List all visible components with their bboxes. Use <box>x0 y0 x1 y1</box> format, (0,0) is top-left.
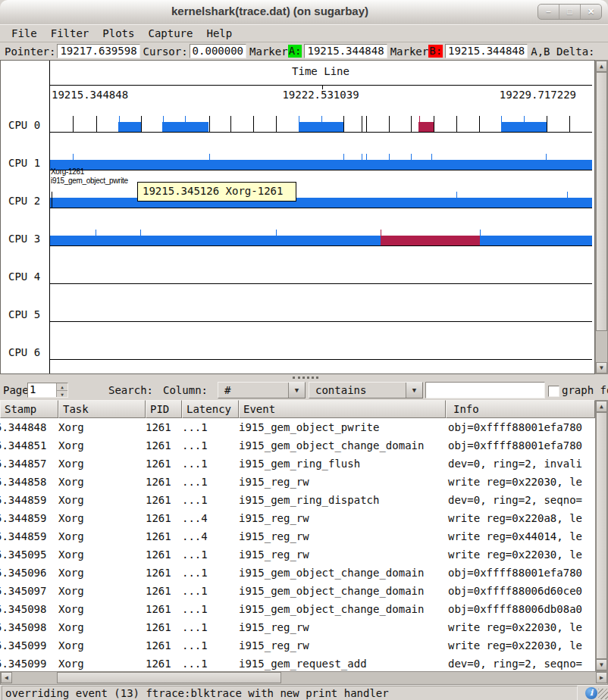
table-row[interactable]: 5.344858Xorg1261...1i915_reg_rwwrite reg… <box>0 473 595 491</box>
graph-vscroll-thumb[interactable] <box>596 72 607 331</box>
cpu-label: CPU 6 <box>8 346 46 358</box>
table-row[interactable]: 5.345098Xorg1261...1i915_reg_rwwrite reg… <box>0 618 595 636</box>
event-tick <box>389 116 390 132</box>
scroll-right-icon[interactable]: ▶ <box>596 672 607 683</box>
cell-event: i915_gem_object_change_domain <box>234 582 441 600</box>
cell-latency: ...1 <box>177 545 234 564</box>
table-row[interactable]: 5.344859Xorg1261...4i915_reg_rwwrite reg… <box>0 509 595 527</box>
menu-plots[interactable]: Plots <box>96 25 141 42</box>
cell-task: Xorg <box>54 491 141 509</box>
cell-stamp: 5.345099 <box>0 636 54 655</box>
sched-bar[interactable] <box>50 160 592 170</box>
sched-bar[interactable] <box>418 122 434 132</box>
table-row[interactable]: 5.345099Xorg1261...1i915_gem_request_add… <box>0 655 595 671</box>
scroll-down-icon[interactable]: ▼ <box>596 659 607 670</box>
scroll-down-icon[interactable]: ▼ <box>596 362 607 373</box>
resize-grip-icon[interactable] <box>598 689 608 699</box>
marker-a-badge[interactable]: A: <box>288 45 302 58</box>
search-input[interactable] <box>426 383 544 398</box>
column-header-pid[interactable]: PID <box>146 400 182 418</box>
maximize-button[interactable]: □ <box>559 5 581 19</box>
chevron-down-icon[interactable]: ▼ <box>288 383 305 398</box>
scroll-up-icon[interactable]: ▲ <box>596 401 607 412</box>
table-row[interactable]: 5.344851Xorg1261...1i915_gem_object_chan… <box>0 436 595 455</box>
table-row[interactable]: 5.344859Xorg1261...1i915_gem_ring_dispat… <box>0 491 595 509</box>
menu-help[interactable]: Help <box>199 25 239 42</box>
timeline-tooltip: 19215.345126 Xorg-1261 <box>137 182 296 202</box>
column-select[interactable]: # ▼ <box>218 382 306 398</box>
event-tick <box>141 116 142 132</box>
minimize-button[interactable]: – <box>538 5 559 19</box>
event-tick <box>567 192 568 208</box>
event-tick <box>343 154 344 170</box>
graph-follows-label: graph follows <box>562 384 608 396</box>
close-button[interactable]: ✕ <box>581 5 601 19</box>
cpu-label: CPU 5 <box>8 308 46 320</box>
table-row[interactable]: 5.345095Xorg1261...1i915_reg_rwwrite reg… <box>0 545 595 564</box>
marker-b-badge[interactable]: B: <box>428 45 443 58</box>
cpu-baseline <box>49 245 592 246</box>
table-row[interactable]: 5.344848Xorg1261...1i915_gem_object_pwri… <box>0 418 595 436</box>
column-header-stamp[interactable]: Stamp <box>0 400 58 418</box>
event-tick <box>434 116 434 132</box>
table-row[interactable]: 5.344859Xorg1261...4i915_reg_rwwrite reg… <box>0 527 595 545</box>
graph-follows-checkbox[interactable] <box>548 386 559 397</box>
page-input[interactable] <box>30 383 55 395</box>
table-row[interactable]: 5.344857Xorg1261...1i915_gem_ring_flushd… <box>0 455 595 473</box>
scroll-left-icon[interactable]: ◀ <box>1 672 12 683</box>
table-row[interactable]: 5.345098Xorg1261...1i915_gem_object_chan… <box>0 600 595 618</box>
cell-latency: ...4 <box>177 527 234 545</box>
timeline-title: Time Line <box>49 65 592 77</box>
event-tick <box>209 154 210 170</box>
cursor-label: Cursor: <box>143 45 188 58</box>
graph-vscrollbar[interactable]: ▲ ▼ <box>595 60 608 374</box>
match-select[interactable]: contains ▼ <box>309 382 423 398</box>
table-vscrollbar[interactable]: ▲ ▼ <box>595 400 608 671</box>
event-tick <box>96 230 96 245</box>
search-toolbar: Page ▲ ▼ Search: Column: # ▼ contains ▼ … <box>0 381 608 400</box>
splitter-grip-icon <box>293 377 318 379</box>
table-hscroll-thumb[interactable] <box>57 672 281 683</box>
cell-pid: 1261 <box>141 473 177 491</box>
cell-event: i915_gem_ring_flush <box>234 455 441 473</box>
sched-bar[interactable] <box>381 236 480 245</box>
marker-a-value: 19215.344848 <box>304 44 387 58</box>
cell-latency: ...1 <box>177 600 234 618</box>
spin-up-icon[interactable]: ▲ <box>57 383 67 391</box>
column-header-event[interactable]: Event <box>239 400 446 418</box>
chevron-down-icon[interactable]: ▼ <box>406 383 422 398</box>
cpu-baseline <box>49 208 592 208</box>
cell-stamp: 5.345096 <box>0 564 54 582</box>
menu-capture[interactable]: Capture <box>141 25 199 42</box>
table-hscrollbar[interactable]: ◀ ▶ <box>0 671 608 685</box>
page-label: Page <box>3 384 29 396</box>
menu-filter[interactable]: Filter <box>44 25 96 42</box>
pane-splitter[interactable] <box>0 374 608 381</box>
table-row[interactable]: 5.345099Xorg1261...1i915_reg_rwwrite reg… <box>0 636 595 655</box>
cpu-label: CPU 2 <box>8 195 46 207</box>
sched-bar[interactable] <box>118 122 141 132</box>
cell-event: i915_gem_object_change_domain <box>234 436 441 455</box>
event-tick <box>73 116 74 132</box>
info-icon[interactable]: i <box>585 687 597 699</box>
sched-bar[interactable] <box>50 236 592 245</box>
column-header-task[interactable]: Task <box>58 400 146 418</box>
sched-bar[interactable] <box>50 198 592 208</box>
column-header-info[interactable]: Info <box>446 400 595 418</box>
timeline-plot[interactable]: Time Line 19215.344848 19222.531039 1922… <box>0 60 595 374</box>
menu-file[interactable]: File <box>5 25 44 42</box>
cell-latency: ...1 <box>177 655 234 671</box>
page-spin-buttons: ▲ ▼ <box>56 383 67 397</box>
cell-info: obj=0xffff88001efa780 <box>441 418 591 436</box>
table-row[interactable]: 5.345097Xorg1261...1i915_gem_object_chan… <box>0 582 595 600</box>
table-vscroll-thumb[interactable] <box>596 412 607 659</box>
page-spinbox[interactable]: ▲ ▼ <box>27 383 68 398</box>
table-row[interactable]: 5.345096Xorg1261...1i915_gem_object_chan… <box>0 564 595 582</box>
column-header-latency[interactable]: Latency <box>182 400 239 418</box>
event-tick <box>524 116 525 132</box>
spin-down-icon[interactable]: ▼ <box>57 391 67 398</box>
scroll-up-icon[interactable]: ▲ <box>596 61 607 72</box>
title-bar[interactable]: kernelshark(trace.dat) (on sugarbay) – □… <box>0 0 608 25</box>
event-tick <box>389 154 390 170</box>
event-tick <box>419 116 420 132</box>
